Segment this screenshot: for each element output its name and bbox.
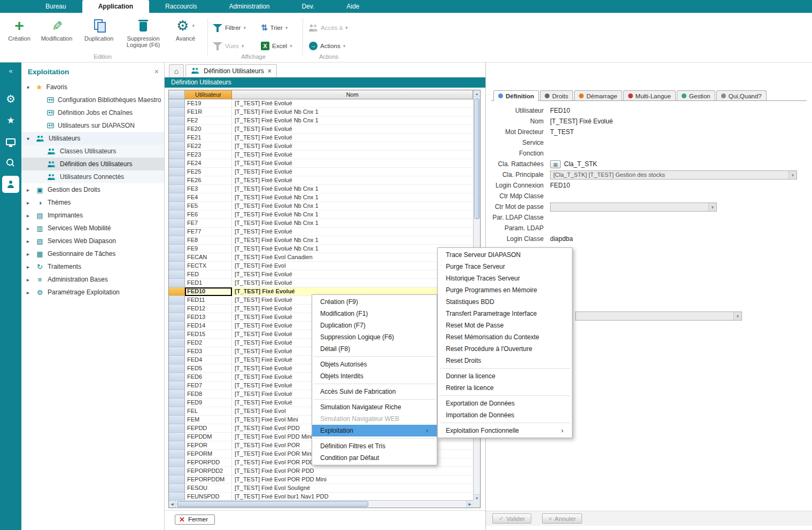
nom-cell[interactable]: [T_TEST] Fixé Evolué Nb Cnx 1 <box>232 193 473 202</box>
rail-settings-button[interactable] <box>0 88 21 110</box>
tab-droits[interactable]: Droits <box>540 90 573 101</box>
row-selector-cell[interactable] <box>169 142 185 151</box>
close-icon[interactable]: × <box>154 67 159 76</box>
table-row[interactable]: FEPORPDD2[T_TEST] Fixé Evol POR PDD <box>169 467 473 476</box>
nom-cell[interactable]: [T_TEST] Fixé Evolué <box>232 176 473 185</box>
user-cell[interactable]: FE7 <box>185 219 232 228</box>
user-cell[interactable]: FEPOR <box>185 441 232 450</box>
table-row[interactable]: FE26[T_TEST] Fixé Evolué <box>169 176 473 185</box>
user-cell[interactable]: FE77 <box>185 228 232 236</box>
row-selector-cell[interactable] <box>169 467 185 476</box>
collapse-sidebar-button[interactable]: « <box>0 63 21 79</box>
row-selector-cell[interactable] <box>169 339 185 347</box>
nom-cell[interactable]: [T_TEST] Fixé Evolué Nb Cnx 1 <box>232 185 473 193</box>
table-row[interactable]: FESOU[T_TEST] Fixé Evol Souligné <box>169 484 473 493</box>
nom-cell[interactable]: [T_TEST] Fixé Evolué <box>232 228 473 236</box>
sidebar-section-imprimantes[interactable]: ▤Imprimantes <box>21 209 164 222</box>
row-selector-cell[interactable] <box>169 399 185 407</box>
row-selector-cell[interactable] <box>169 279 185 287</box>
user-cell[interactable]: FED6 <box>185 373 232 381</box>
modification-button[interactable]: Modification <box>37 16 76 50</box>
nom-cell[interactable]: [T_TEST] Fixé Evolué Nb Cnx 1 <box>232 211 473 219</box>
row-selector-cell[interactable] <box>169 458 185 467</box>
user-cell[interactable]: FE1R <box>185 108 232 116</box>
column-header-utilisateur[interactable]: Utilisateur <box>185 90 232 99</box>
row-selector-cell[interactable] <box>169 168 185 176</box>
user-cell[interactable]: FE26 <box>185 176 232 185</box>
user-cell[interactable]: FED12 <box>185 305 232 313</box>
sidebar-item-definition-des-utilisateurs[interactable]: Définition des Utilisateurs <box>21 158 164 170</box>
tab-qui-quand[interactable]: Qui,Quand? <box>716 90 767 101</box>
sidebar-item-utilisateurs-connectes[interactable]: Utilisateurs Connectés <box>21 170 164 183</box>
row-selector-cell[interactable] <box>169 176 185 185</box>
sidebar-section-gestion-des-droits[interactable]: ▣Gestion des Droits <box>21 183 164 196</box>
tab-multi-langue[interactable]: Multi-Langue <box>623 90 676 101</box>
rail-users-button[interactable] <box>0 174 21 195</box>
excel-button[interactable]: Excel ▾ <box>261 40 292 52</box>
menubar-item-raccourcis[interactable]: Raccourcis <box>149 0 213 13</box>
submenu-item-reset-memorisation-du-contexte[interactable]: Reset Mémorisation du Contexte <box>438 331 572 343</box>
table-row[interactable]: FE23[T_TEST] Fixé Evolué <box>169 151 473 159</box>
row-selector-cell[interactable] <box>169 364 185 373</box>
user-cell[interactable]: FED <box>185 270 232 279</box>
user-cell[interactable]: FE24 <box>185 159 232 168</box>
user-cell[interactable]: FE3 <box>185 185 232 193</box>
menubar-item-bureau[interactable]: Bureau <box>29 0 82 13</box>
user-cell[interactable]: FE5 <box>185 202 232 211</box>
row-selector-cell[interactable] <box>169 211 185 219</box>
context-menu-item-creation-f9[interactable]: Création (F9) <box>312 296 437 308</box>
row-selector-cell[interactable] <box>169 108 185 116</box>
context-menu-item-objets-interdits[interactable]: Objets Interdits <box>312 370 437 382</box>
user-cell[interactable]: FED13 <box>185 313 232 322</box>
actions-button[interactable]: Actions ▾ <box>309 40 345 52</box>
row-selector-cell[interactable] <box>169 407 185 416</box>
context-menu-item-definition-filtres-et-tris[interactable]: Définition Filtres et Tris <box>312 440 437 452</box>
row-selector-cell[interactable] <box>169 116 185 125</box>
submenu-item-donner-la-licence[interactable]: Donner la licence <box>438 370 572 382</box>
row-selector-cell[interactable] <box>169 433 185 441</box>
context-menu-item-exploitation[interactable]: Exploitation› <box>312 425 437 437</box>
row-selector-cell[interactable] <box>169 493 185 500</box>
table-row[interactable]: FECAN[T_TEST] Fixé Evol Canadien <box>169 253 473 262</box>
vues-button[interactable]: Vues ▾ <box>213 40 244 52</box>
menubar-item-administration[interactable]: Administration <box>213 0 285 13</box>
nom-cell[interactable]: [T_TEST] Fixé Evolué <box>232 99 473 108</box>
row-selector-cell[interactable] <box>169 347 185 356</box>
scroll-right-icon[interactable]: ▶ <box>466 501 473 508</box>
table-row[interactable]: FE6[T_TEST] Fixé Evolué Nb Cnx 1 <box>169 211 473 219</box>
user-cell[interactable]: FE23 <box>185 151 232 159</box>
row-selector-cell[interactable] <box>169 202 185 211</box>
annuler-button[interactable]: × Annuler <box>542 513 582 524</box>
row-selector-cell[interactable] <box>169 476 185 484</box>
row-selector-cell[interactable] <box>169 270 185 279</box>
user-cell[interactable]: FED7 <box>185 381 232 390</box>
table-row[interactable]: FED[T_TEST] Fixé Evolué <box>169 270 473 279</box>
sidebar-group-utilisateurs[interactable]: Utilisateurs <box>21 132 164 145</box>
row-selector-cell[interactable] <box>169 381 185 390</box>
row-selector-cell[interactable] <box>169 322 185 330</box>
table-row[interactable]: FE2[T_TEST] Fixé Evolué Nb Cnx 1 <box>169 116 473 125</box>
fermer-button[interactable]: ✕ Fermer <box>175 515 215 525</box>
user-cell[interactable]: FE20 <box>185 125 232 134</box>
sidebar-section-administration-bases[interactable]: ≡Administration Bases <box>21 273 164 286</box>
nom-cell[interactable]: [T_TEST] Fixé Evolué Nb Cnx 1 <box>232 108 473 116</box>
nom-cell[interactable]: [T_TEST] Fixé Evolué <box>232 159 473 168</box>
row-selector-cell[interactable] <box>169 134 185 142</box>
acces-a-button[interactable]: Accès à ▾ <box>309 21 347 34</box>
scroll-left-icon[interactable]: ◀ <box>169 501 176 508</box>
user-cell[interactable]: FE2 <box>185 116 232 125</box>
user-cell[interactable]: FED11 <box>185 296 232 305</box>
tab-definition-utilisateurs[interactable]: Définition Utilisateurs × <box>185 64 277 77</box>
user-cell[interactable]: FEPORPDD2 <box>185 467 232 476</box>
extra-combo[interactable]: ▾ <box>575 311 742 321</box>
nom-cell[interactable]: [T_TEST] Fixé Evol Souligné <box>232 484 473 493</box>
valider-button[interactable]: ✓ Valider <box>492 513 531 524</box>
user-cell[interactable]: FEM <box>185 416 232 424</box>
submenu-item-purge-programmes-en-memoire[interactable]: Purge Programmes en Mémoire <box>438 284 572 296</box>
table-row[interactable]: FE9[T_TEST] Fixé Evolué Nb Cnx 1 <box>169 245 473 253</box>
user-cell[interactable]: FED9 <box>185 399 232 407</box>
table-row[interactable]: FE5[T_TEST] Fixé Evolué Nb Cnx 1 <box>169 202 473 211</box>
trier-button[interactable]: Trier ▾ <box>261 21 288 34</box>
row-selector-cell[interactable] <box>169 450 185 458</box>
user-cell[interactable]: FED4 <box>185 356 232 364</box>
